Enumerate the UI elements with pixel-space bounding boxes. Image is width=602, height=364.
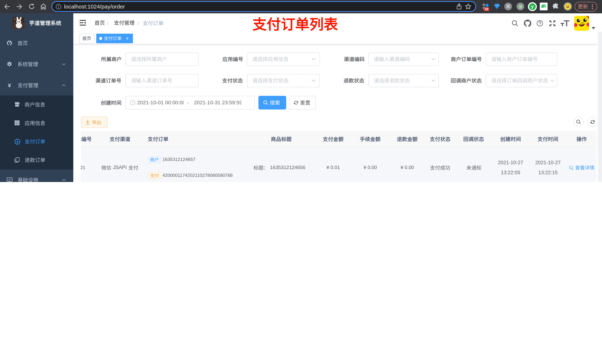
svg-text:¥: ¥: [16, 140, 18, 144]
svg-text:¥: ¥: [8, 83, 11, 88]
